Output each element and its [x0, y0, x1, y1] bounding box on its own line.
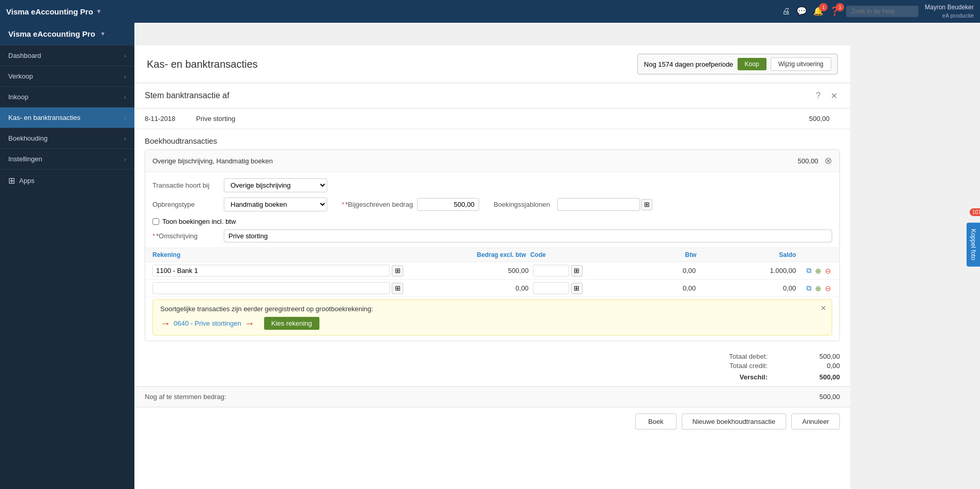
opbrengst-select[interactable]: Handmatig boeken [224, 197, 327, 211]
app-title: Visma eAccounting Pro [6, 7, 93, 16]
sidebar-item-instellingen[interactable]: Instellingen › [0, 149, 134, 170]
sidebar-label-boekhouding: Boekhouding [8, 134, 48, 142]
nieuwe-boekhoud-button[interactable]: Nieuwe boekhoudtransactie [682, 414, 786, 430]
chevron-right-icon: › [124, 115, 126, 121]
koppel-foto-tab[interactable]: Koppel foto [967, 223, 980, 267]
annuleer-button[interactable]: Annuleer [791, 414, 840, 430]
table-row: ⊞ 500,00 ⊞ 0,00 [145, 262, 839, 280]
bottom-bar: Nog af te stemmen bedrag: 500,00 [134, 386, 850, 407]
user-name: Mayron Beudeker [925, 4, 974, 12]
rekening-input-2[interactable] [152, 282, 390, 294]
booking-entry-title: Overige bijschrijving, Handmatig boeken [152, 157, 273, 165]
page-title: Kas- en banktransacties [147, 58, 258, 70]
sidebar-item-inkoop[interactable]: Inkoop › [0, 87, 134, 108]
print-icon[interactable]: 🖨 [782, 7, 790, 16]
help-badge: 1 [836, 3, 844, 11]
omschrijving-input[interactable] [224, 230, 832, 242]
help-icon[interactable]: ❓1 [830, 6, 840, 16]
suggestion-text: Soortgelijke transacties zijn eerder ger… [160, 305, 824, 313]
code-input-1[interactable] [533, 265, 569, 277]
code-cell-1: ⊞ [529, 265, 612, 277]
opbrengst-row: Opbrengstype Handmatig boeken **Bijgesch… [152, 197, 832, 211]
boekingssjablonen-lookup-icon[interactable]: ⊞ [641, 199, 652, 210]
apps-label: Apps [19, 177, 35, 185]
bedrag-value-1: 500,00 [508, 267, 529, 274]
kies-rekening-button[interactable]: Kies rekening [264, 317, 319, 330]
sidebar-label-inkoop: Inkoop [8, 93, 28, 101]
bell-badge: 1 [819, 3, 828, 11]
btw-cell-2: 0,00 [612, 284, 696, 292]
close-dialog-button[interactable]: ✕ [828, 89, 840, 102]
chevron-right-icon: › [124, 53, 126, 59]
dialog-title: Stem banktransactie af [145, 91, 229, 100]
sidebar-header[interactable]: Visma eAccounting Pro ▾ [0, 23, 134, 45]
remove-row-button-2[interactable]: ⊖ [824, 283, 832, 294]
suggestion-close-button[interactable]: ✕ [820, 304, 826, 312]
copy-row-button-1[interactable]: ⧉ [805, 265, 813, 276]
boek-button[interactable]: Boek [635, 414, 677, 430]
totaal-credit-value: 0,00 [799, 362, 840, 370]
code-lookup-icon-1[interactable]: ⊞ [571, 265, 583, 277]
app-chevron[interactable]: ▾ [97, 8, 100, 15]
topbar: Visma eAccounting Pro ▾ 🖨 💬 🔔1 ❓1 Mayron… [0, 0, 980, 23]
rekening-lookup-icon-2[interactable]: ⊞ [392, 283, 403, 294]
user-info: Mayron Beudeker eA productie [925, 4, 974, 19]
transaction-date: 8-11-2018 [145, 115, 175, 123]
boekingssjablonen-input[interactable] [557, 198, 640, 211]
add-row-button-2[interactable]: ⊕ [814, 283, 822, 294]
transaction-desc: Prive storting [196, 115, 788, 123]
transactie-label: Transactie hoort bij [152, 181, 220, 189]
col-bedrag-header: Bedrag excl. btw [402, 251, 526, 258]
chat-icon[interactable]: 💬 [797, 6, 807, 16]
col-rekening-header: Rekening [152, 251, 402, 258]
wijzig-button[interactable]: Wijzig uitvoering [771, 57, 831, 71]
sidebar-item-verkoop[interactable]: Verkoop › [0, 66, 134, 87]
search-input[interactable] [846, 6, 918, 17]
verschil-row: Verschil: 500,00 [706, 373, 840, 381]
main-content: Kas- en banktransacties Nog 1574 dagen p… [134, 45, 850, 489]
totaal-credit-label: Totaal credit: [706, 362, 768, 370]
sidebar-label-dashboard: Dashboard [8, 52, 41, 59]
code-input-2[interactable] [533, 282, 569, 294]
rekening-cell-2: ⊞ [152, 282, 403, 294]
accounts-table-header: Rekening Bedrag excl. btw Code Btw Saldo [145, 248, 839, 262]
booking-entry-close-button[interactable]: ⊗ [824, 155, 832, 166]
toon-checkbox[interactable] [152, 218, 159, 225]
sidebar-item-boekhouding[interactable]: Boekhouding › [0, 128, 134, 149]
copy-row-button-2[interactable]: ⧉ [805, 283, 813, 294]
totaal-debet-value: 500,00 [799, 353, 840, 360]
col-btw-header: Btw [614, 251, 697, 258]
dialog-titlebar: Stem banktransactie af ? ✕ [134, 83, 850, 109]
transactie-select[interactable]: Overige bijschrijving [224, 178, 327, 192]
arrow-left-icon: → [160, 317, 171, 329]
code-lookup-icon-2[interactable]: ⊞ [571, 283, 583, 294]
page-header: Kas- en banktransacties Nog 1574 dagen p… [134, 45, 850, 83]
nog-af-label: Nog af te stemmen bedrag: [145, 393, 226, 401]
transaction-info: 8-11-2018 Prive storting 500,00 [134, 109, 850, 129]
sidebar-item-dashboard[interactable]: Dashboard › [0, 45, 134, 66]
saldo-cell-2: 0,00 [696, 284, 796, 292]
help-dialog-button[interactable]: ? [812, 89, 824, 102]
verschil-label: Verschil: [706, 373, 768, 381]
koop-button[interactable]: Koop [738, 58, 767, 70]
col-actions-header [796, 251, 832, 258]
rekening-input-1[interactable] [152, 265, 390, 277]
sidebar-item-kas[interactable]: Kas- en banktransacties › [0, 108, 134, 128]
bedrag-cell-1: 500,00 [403, 267, 529, 274]
transaction-amount: 500,00 [809, 115, 830, 123]
table-row: ⊞ 0,00 ⊞ 0,00 [145, 280, 839, 297]
bijgeschreven-input[interactable] [417, 198, 479, 211]
rekening-lookup-icon-1[interactable]: ⊞ [392, 265, 403, 277]
omschrijving-row: **Omschrijving [145, 230, 839, 248]
suggestion-link[interactable]: 0640 - Prive stortingen [174, 319, 241, 327]
add-row-button-1[interactable]: ⊕ [814, 266, 822, 276]
bell-icon[interactable]: 🔔1 [813, 6, 823, 16]
bijgeschreven-label: **Bijgeschreven bedrag [342, 201, 413, 208]
actions-cell-1: ⧉ ⊕ ⊖ [796, 265, 832, 276]
sidebar: Visma eAccounting Pro ▾ Dashboard › Verk… [0, 23, 134, 489]
sidebar-item-apps[interactable]: ⊞ Apps [0, 170, 134, 192]
remove-row-button-1[interactable]: ⊖ [824, 266, 832, 276]
transactie-row: Transactie hoort bij Overige bijschrijvi… [152, 178, 832, 192]
toon-checkbox-row: Toon boekingen incl. btw [145, 218, 839, 230]
saldo-value-1: 1.000,00 [770, 267, 796, 274]
